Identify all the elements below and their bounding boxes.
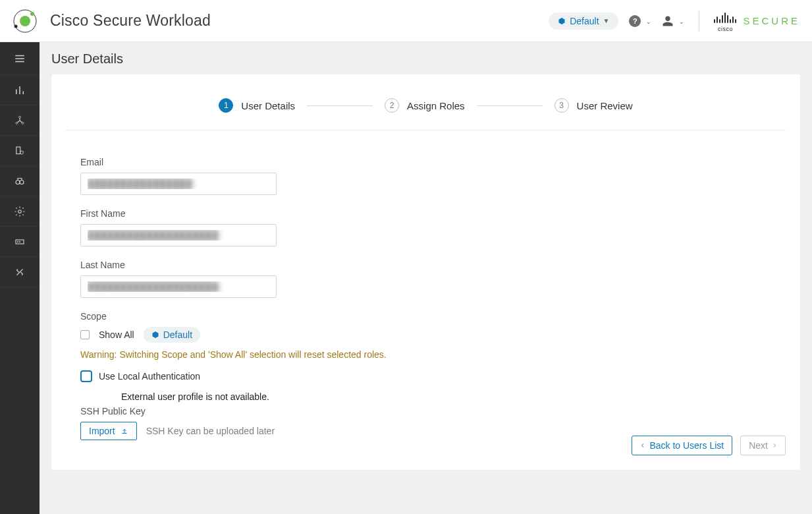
sidebar [0,42,40,514]
cisco-brand: cisco SECURE [714,11,800,30]
page-title: User Details [40,42,812,74]
svg-point-13 [19,241,20,243]
user-menu[interactable]: ⌄ [662,15,684,27]
step-label: Assign Roles [407,100,465,111]
step-number: 3 [555,98,569,113]
upload-icon [121,427,128,435]
back-to-users-button[interactable]: Back to Users List [632,436,732,455]
scope-chip[interactable]: Default [144,327,200,343]
svg-point-8 [16,180,20,184]
sidebar-item-tools[interactable] [0,257,40,287]
scope-selector-label: Default [570,16,599,26]
content-card: 1 User Details 2 Assign Roles 3 User Rev… [51,74,800,470]
svg-point-10 [18,210,22,213]
cube-icon [558,17,566,25]
sidebar-item-analytics[interactable] [0,75,40,105]
cisco-bars-icon [714,11,736,23]
svg-point-12 [17,241,18,243]
email-label: Email [80,157,475,167]
binoculars-icon [14,175,26,187]
sidebar-item-platform[interactable] [0,227,40,257]
chevron-down-icon: ⌄ [679,18,684,25]
svg-point-3 [14,24,18,28]
bar-chart-icon [14,84,26,96]
svg-rect-7 [16,147,20,154]
ssh-key-label: SSH Public Key [80,406,475,416]
last-name-field[interactable] [80,275,277,298]
scope-label: Scope [80,311,475,322]
step-assign-roles[interactable]: 2 Assign Roles [385,98,465,113]
next-button-label: Next [749,440,768,451]
main-content: User Details 1 User Details 2 Assign Rol… [40,42,812,514]
import-ssh-button[interactable]: Import [80,422,137,440]
step-label: User Details [241,100,295,111]
app-title: Cisco Secure Workload [50,12,211,30]
email-field[interactable] [80,173,277,195]
wizard-stepper: 1 User Details 2 Assign Roles 3 User Rev… [66,98,786,113]
secure-text: SECURE [743,15,800,26]
last-name-label: Last Name [80,260,475,270]
svg-point-2 [30,12,34,16]
help-menu[interactable]: ? ⌄ [629,15,651,27]
server-icon [14,236,26,248]
sidebar-item-investigate[interactable] [0,166,40,196]
app-header: Cisco Secure Workload Default ▼ ? ⌄ ⌄ ci… [0,0,812,42]
step-user-review[interactable]: 3 User Review [555,98,633,113]
help-icon: ? [629,15,641,27]
scope-warning: Warning: Switching Scope and 'Show All' … [80,349,475,360]
svg-point-1 [20,16,30,26]
step-user-details[interactable]: 1 User Details [219,98,295,113]
divider [66,130,786,130]
server-shield-icon [14,145,26,157]
local-auth-label: Use Local Authentication [99,371,200,382]
first-name-label: First Name [80,208,475,219]
scope-selector[interactable]: Default ▼ [549,13,618,30]
cisco-text: cisco [718,26,733,32]
local-auth-checkbox[interactable] [80,370,92,382]
ssh-hint: SSH Key can be uploaded later [146,426,275,436]
sidebar-item-workloads[interactable] [0,136,40,166]
app-logo [12,8,38,34]
tools-icon [14,266,26,278]
step-number: 1 [219,98,233,113]
gear-icon [14,206,26,217]
next-button[interactable]: Next [740,436,786,455]
user-details-form: Email First Name Last Name Scope Show Al… [80,157,475,440]
user-icon [662,15,674,27]
step-label: User Review [577,100,633,111]
chevron-down-icon: ▼ [603,17,610,24]
step-connector [307,105,373,106]
import-button-label: Import [89,426,115,436]
chevron-right-icon [772,442,777,449]
sidebar-item-topology[interactable] [0,105,40,136]
show-all-label: Show All [99,329,134,340]
chevron-left-icon [640,442,645,449]
step-connector [477,105,543,106]
topology-icon [14,115,26,127]
first-name-field[interactable] [80,224,277,246]
show-all-checkbox[interactable] [80,330,90,339]
external-profile-message: External user profile is not available. [121,391,475,402]
back-button-label: Back to Users List [649,440,724,451]
cube-icon [151,331,159,339]
svg-point-9 [20,180,24,184]
svg-point-4 [19,116,21,118]
step-number: 2 [385,98,399,113]
hamburger-menu[interactable] [0,42,40,75]
scope-chip-label: Default [163,329,192,340]
chevron-down-icon: ⌄ [646,18,651,25]
sidebar-item-settings[interactable] [0,196,40,227]
divider [699,11,699,31]
card-footer: Back to Users List Next [632,436,786,455]
